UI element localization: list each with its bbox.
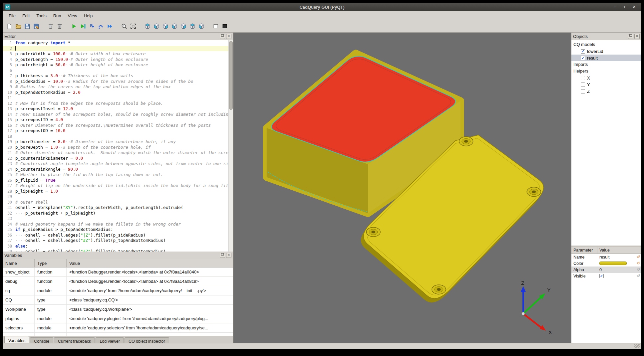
code-line[interactable]: 11 <box>3 95 229 101</box>
code-line[interactable]: 7p_thickness = 3.0··# Thickness of the b… <box>3 73 229 79</box>
code-line[interactable]: 35if p_sideRadius > p_topAndBottomRadius… <box>3 227 229 233</box>
variable-row[interactable]: Workplanetype<class 'cadquery.cq.Workpla… <box>3 305 233 314</box>
objects-float-button[interactable] <box>628 34 633 39</box>
variable-row[interactable]: debugfunction<function Debugger.render.<… <box>3 277 233 286</box>
checkbox[interactable]: ✓ <box>599 274 604 278</box>
code-line[interactable]: 31oshell = Workplane("XY").rect(p_outerW… <box>3 205 229 211</box>
param-row-alpha[interactable]: Alpha0↺ <box>571 267 641 273</box>
code-line[interactable]: 10p_topAndBottomRadius = 2.0 <box>3 90 229 95</box>
continue-button[interactable] <box>105 22 114 31</box>
tree-group-imports[interactable]: Imports <box>571 61 641 68</box>
view-bottom-button[interactable] <box>197 22 206 31</box>
menu-edit[interactable]: Edit <box>19 12 33 19</box>
view-top-button[interactable] <box>188 22 197 31</box>
menu-file[interactable]: File <box>5 12 19 19</box>
code-line[interactable]: 18 <box>3 134 229 139</box>
open-file-button[interactable] <box>14 22 23 31</box>
tree-group-cq-models[interactable]: CQ models <box>571 41 641 48</box>
editor-scrollbar[interactable] <box>228 40 233 252</box>
variable-row[interactable]: selectorsmodule<module 'cadquery.selecto… <box>3 323 233 333</box>
code-line[interactable]: 12# How far in from the edges the screwp… <box>3 101 229 106</box>
code-line[interactable]: 2 <box>3 46 229 52</box>
menu-view[interactable]: View <box>65 12 81 19</box>
run-button[interactable] <box>69 22 78 31</box>
menu-help[interactable]: Help <box>81 12 96 19</box>
code-line[interactable]: 21# Outer diameter of countersink. Shoul… <box>3 150 229 156</box>
variables-float-button[interactable] <box>220 253 225 258</box>
code-line[interactable]: 34# weird geometry happens if we make th… <box>3 222 229 227</box>
menu-tools[interactable]: Tools <box>33 12 50 19</box>
minimize-button[interactable]: − <box>614 3 617 11</box>
code-line[interactable]: 6 <box>3 68 229 74</box>
code-editor[interactable]: 1from cadquery import *23p_outerWidth = … <box>3 40 233 252</box>
param-row-visible[interactable]: Visible✓↺ <box>571 273 641 279</box>
code-line[interactable]: 1from cadquery import * <box>3 40 229 46</box>
variable-row[interactable]: cqmodule<module 'cadquery' from '/home/a… <box>3 286 233 295</box>
code-line[interactable]: 20p_boreDepth = 1.0··# Depth of the coun… <box>3 145 229 150</box>
code-line[interactable]: 32····p_outerHeight + p_lipHeight) <box>3 211 229 216</box>
zoom-fit-button[interactable] <box>120 22 129 31</box>
delete-button[interactable] <box>55 22 64 31</box>
code-line[interactable]: 17p_screwpostOD = 10.0 <box>3 128 229 134</box>
code-line[interactable]: 3p_outerWidth = 100.0··# Outer width of … <box>3 51 229 57</box>
reset-icon[interactable]: ↺ <box>635 254 641 260</box>
view-right-button[interactable] <box>179 22 188 31</box>
code-line[interactable]: 24p_countersinkAngle = 90.0 <box>3 167 229 172</box>
code-line[interactable]: 4p_outerLength = 150.0·# Outer length of… <box>3 57 229 63</box>
resize-grip-icon[interactable] <box>634 344 640 348</box>
tree-item-x[interactable]: X <box>571 75 641 81</box>
new-file-button[interactable] <box>5 22 14 31</box>
editor-float-button[interactable] <box>220 34 225 39</box>
checkbox[interactable]: ✓ <box>581 49 585 54</box>
variable-row[interactable]: CQtype<class 'cadquery.cq.CQ'> <box>3 295 233 305</box>
checkbox[interactable] <box>581 76 585 80</box>
variables-close-button[interactable]: ✕ <box>226 253 231 258</box>
tree-item-z[interactable]: Z <box>571 88 641 94</box>
tree-item-result[interactable]: ✓result <box>571 55 641 61</box>
code-line[interactable]: 28p_lipHeight = 1.0 <box>3 189 229 194</box>
checkbox[interactable] <box>581 89 585 93</box>
step-over-button[interactable] <box>96 22 105 31</box>
code-line[interactable]: 29 <box>3 194 229 200</box>
column-header-value[interactable]: Value <box>67 259 233 267</box>
code-line[interactable]: 22p_countersinkDiameter = 0.0 <box>3 156 229 161</box>
code-line[interactable]: 25# Whether to place the lid with the to… <box>3 172 229 178</box>
view-back-button[interactable] <box>161 22 170 31</box>
checkbox[interactable]: ✓ <box>581 56 585 60</box>
code-line[interactable]: 15p_screwpostID = 4.0 <box>3 117 229 123</box>
color-swatch[interactable] <box>599 262 627 265</box>
shaded-button[interactable] <box>220 22 229 31</box>
3d-viewport[interactable]: Z Y X <box>233 33 571 343</box>
fit-all-button[interactable] <box>129 22 138 31</box>
tree-item-y[interactable]: Y <box>571 81 641 88</box>
view-front-button[interactable] <box>152 22 161 31</box>
code-line[interactable]: 39····oshell = oshell.edges("#Z").fillet… <box>3 249 229 252</box>
code-line[interactable]: 33 <box>3 216 229 222</box>
title-bar[interactable]: cq CadQuery GUI (PyQT) − + ✕ <box>3 3 641 11</box>
code-line[interactable]: 37····oshell = oshell.edges("#Z").fillet… <box>3 238 229 244</box>
reset-icon[interactable]: ↺ <box>635 260 641 267</box>
code-line[interactable]: 9# Radius for the curves on the top and … <box>3 84 229 90</box>
code-line[interactable]: 13p_screwpostInset = 12.0 <box>3 106 229 112</box>
column-header-name[interactable]: Name <box>3 259 35 267</box>
param-value[interactable]: ✓ <box>597 274 635 278</box>
view-left-button[interactable] <box>170 22 179 31</box>
checkbox[interactable] <box>581 83 585 87</box>
column-header-parameter[interactable]: Parameter <box>571 247 597 254</box>
variable-row[interactable]: pluginsmodule<module 'cadquery.plugins' … <box>3 314 233 323</box>
tree-item-lowerlid[interactable]: ✓lowerLid <box>571 48 641 55</box>
maximize-button[interactable]: + <box>623 3 626 11</box>
code-line[interactable]: 30# outer shell <box>3 200 229 205</box>
step-into-button[interactable] <box>87 22 96 31</box>
code-line[interactable]: 38else: <box>3 244 229 249</box>
param-row-name[interactable]: Nameresult↺ <box>571 254 641 260</box>
param-row-color[interactable]: Color↺ <box>571 260 641 267</box>
objects-close-button[interactable]: ✕ <box>634 34 640 39</box>
wireframe-button[interactable] <box>211 22 220 31</box>
variable-row[interactable]: Planetype<class 'cadquery.occ_impl.geom.… <box>3 333 233 336</box>
code-line[interactable]: 14# nner Diameter of the screwpost holes… <box>3 112 229 117</box>
code-line[interactable]: 27# Height of lip on the underside of th… <box>3 183 229 189</box>
code-line[interactable]: 16# Outer Diameter of the screwposts.\nD… <box>3 123 229 128</box>
code-line[interactable]: 19p_boreDiameter = 8.0··# Diameter of th… <box>3 139 229 145</box>
save-file-button[interactable] <box>23 22 32 31</box>
